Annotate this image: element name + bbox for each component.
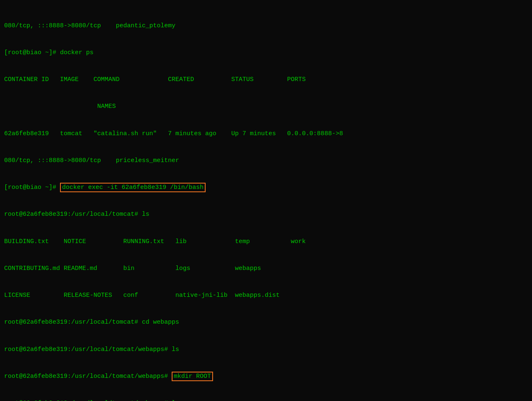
prompt-line-2: [root@biao ~]# docker ps bbox=[4, 48, 528, 57]
prompt-line-8: root@62a6feb8e319:/usr/local/tomcat# ls bbox=[4, 210, 528, 219]
terminal-window: 080/tcp, :::8888->8080/tcp pedantic_ptol… bbox=[4, 3, 528, 401]
prompt-line-15: root@62a6feb8e319:/usr/local/tomcat/weba… bbox=[4, 399, 528, 401]
output-line-1: 080/tcp, :::8888->8080/tcp pedantic_ptol… bbox=[4, 21, 528, 31]
output-line-6: 080/tcp, :::8888->8080/tcp priceless_mei… bbox=[4, 156, 528, 165]
output-line-5: 62a6feb8e319 tomcat "catalina.sh run" 7 … bbox=[4, 129, 528, 138]
mkdir-root-command: mkdir ROOT bbox=[172, 372, 213, 381]
docker-exec-command: docker exec -it 62a6feb8e319 /bin/bash bbox=[60, 183, 206, 192]
header-line-3: CONTAINER ID IMAGE COMMAND CREATED STATU… bbox=[4, 75, 528, 84]
output-line-9: BUILDING.txt NOTICE RUNNING.txt lib temp… bbox=[4, 237, 528, 246]
prompt-line-12: root@62a6feb8e319:/usr/local/tomcat# cd … bbox=[4, 318, 528, 327]
output-line-11: LICENSE RELEASE-NOTES conf native-jni-li… bbox=[4, 291, 528, 300]
prompt-line-13: root@62a6feb8e319:/usr/local/tomcat/weba… bbox=[4, 345, 528, 354]
prompt-line-14: root@62a6feb8e319:/usr/local/tomcat/weba… bbox=[4, 372, 528, 381]
prompt-line-7: [root@biao ~]# docker exec -it 62a6feb8e… bbox=[4, 183, 528, 192]
header-line-4: NAMES bbox=[4, 102, 528, 111]
output-line-10: CONTRIBUTING.md README.md bin logs webap… bbox=[4, 264, 528, 273]
